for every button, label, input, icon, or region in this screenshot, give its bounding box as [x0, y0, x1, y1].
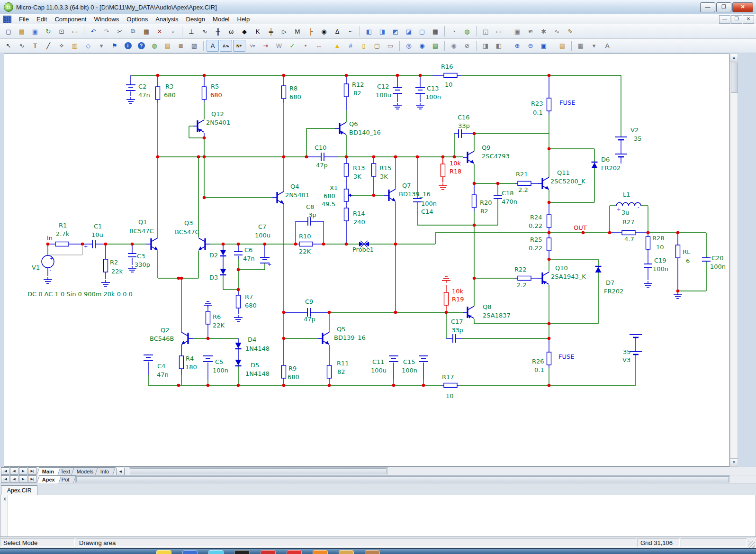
schematic-label[interactable]: 680 [288, 373, 299, 381]
transistor-collector[interactable] [198, 120, 204, 124]
title-block-toggle-button[interactable]: ▭ [384, 40, 396, 52]
schematic-label[interactable]: 1N4148 [245, 345, 270, 352]
schematic-label[interactable]: 35 [623, 348, 631, 355]
menu-model[interactable]: Model [209, 15, 233, 24]
cancel-button-button[interactable]: ⊘ [461, 40, 473, 52]
schematic-label[interactable]: 100n [213, 367, 228, 374]
node-voltages-toggle-button[interactable]: V▾ [246, 40, 259, 52]
optimizer-button[interactable]: ✱ [538, 26, 550, 37]
schematic-label[interactable]: 49.5 [322, 200, 335, 208]
schematic-label[interactable]: C9 [305, 298, 313, 305]
region-box-button[interactable]: ▫ [167, 26, 179, 37]
horizontal-scrollbar[interactable] [129, 467, 388, 475]
waveform-buffer-button[interactable]: ∿ [551, 26, 563, 37]
diode-triangle[interactable] [595, 267, 602, 272]
resistor-body[interactable] [547, 352, 551, 365]
delete-button[interactable]: ✕ [153, 26, 166, 37]
mdi-close-button[interactable]: ✕ [743, 15, 754, 24]
open-file-button[interactable]: ▤ [16, 26, 28, 37]
resistor-body[interactable] [622, 231, 635, 235]
resistor-body[interactable] [441, 164, 445, 177]
info-button-button[interactable]: ◉ [448, 40, 460, 52]
mdi-minimize-button[interactable]: — [719, 15, 730, 24]
schematic-label[interactable]: 100u [371, 367, 387, 374]
resistor-body[interactable] [518, 276, 531, 281]
schematic-label[interactable]: 100n [425, 93, 441, 100]
schematic-label[interactable]: Q9 [482, 144, 491, 151]
schematic-label[interactable]: 33p [451, 327, 463, 334]
schematic-label[interactable]: D4 [248, 336, 256, 343]
grid-toggle-button[interactable]: # [344, 40, 357, 52]
schematic-label[interactable]: C12 [377, 83, 389, 90]
macro-part-button[interactable]: M [291, 26, 304, 37]
menu-design[interactable]: Design [182, 15, 209, 24]
menu-options[interactable]: Options [123, 15, 152, 24]
resistor-body[interactable] [344, 84, 349, 97]
schematic-label[interactable]: C10 [315, 144, 327, 151]
mosfet-part-button[interactable]: ╪ [265, 26, 277, 37]
schematic-label[interactable]: R21 [516, 171, 528, 178]
diode-part-button[interactable]: ◆ [238, 26, 251, 37]
schematic-label[interactable]: R25 [530, 236, 542, 243]
schematic-label[interactable]: C3 [137, 253, 145, 260]
schematic-label[interactable]: C2 [138, 83, 146, 90]
schematic-label[interactable]: R14 [353, 210, 365, 217]
scroll-down-icon[interactable]: ▼ [730, 458, 738, 466]
schematic-label[interactable]: R22 [514, 266, 527, 273]
node-numbers-toggle-button[interactable]: N+ [233, 40, 245, 52]
properties-button[interactable]: ✎ [564, 26, 576, 37]
schematic-label[interactable]: C11 [372, 358, 385, 365]
send-to-back-button[interactable]: ◧ [493, 40, 505, 52]
schematic-label[interactable]: C20 [711, 254, 724, 262]
picture-mode-button[interactable]: ▥ [69, 40, 81, 52]
calculator-button[interactable]: ▦ [429, 26, 441, 37]
schematic-label[interactable]: R12 [352, 81, 364, 88]
zoom-in-button[interactable]: ⊕ [511, 40, 523, 52]
schematic-label[interactable]: Q8 [483, 303, 492, 310]
schematic-label[interactable]: 2SC4793 [482, 153, 510, 160]
cut-button[interactable]: ✂ [114, 26, 126, 37]
schematic-label[interactable]: R4 [186, 355, 194, 362]
power-display-toggle-button[interactable]: W [273, 40, 285, 52]
schematic-label[interactable]: 100n [710, 263, 726, 270]
schematic-label[interactable]: Q4 [290, 183, 299, 190]
schematic-label[interactable]: 330p [135, 261, 150, 268]
page-scrollbar[interactable] [75, 475, 730, 483]
mdi-restore-button[interactable]: ❐ [731, 15, 742, 24]
select-mode-button-button[interactable]: ↖ [2, 40, 15, 52]
schematic-label[interactable]: BD139_16 [399, 191, 431, 198]
schematic-label[interactable]: 680 [289, 93, 301, 100]
taskbar-app-icon[interactable] [365, 550, 380, 554]
vertical-scroll-thumb[interactable] [731, 63, 738, 93]
schematic-label[interactable]: 10 [656, 244, 664, 251]
shape-dropdown-button[interactable]: ▾ [95, 40, 108, 52]
nav2-last-button[interactable]: ▶| [28, 475, 36, 483]
info-mode-button[interactable]: i [122, 40, 134, 52]
component-browser-button[interactable]: ◔ [448, 26, 460, 37]
schematic-label[interactable]: C1 [94, 223, 102, 230]
schematic-label[interactable]: 0.1 [533, 109, 543, 116]
flag-mode-button[interactable]: ⚑ [108, 40, 121, 52]
schematic-label[interactable]: 22K [213, 322, 225, 329]
resistor-body[interactable] [547, 215, 551, 227]
windows-taskbar[interactable] [0, 548, 756, 554]
schematic-label[interactable]: Q12 [211, 110, 224, 118]
transistor-collector[interactable] [198, 238, 205, 242]
schematic-label[interactable]: 22k [111, 268, 123, 275]
schematic-label[interactable]: R23 [531, 100, 543, 107]
schematic-label[interactable]: R28 [652, 235, 665, 242]
schematic-label[interactable]: C6 [244, 246, 252, 254]
transistor-collector[interactable] [340, 122, 346, 126]
schematic-label[interactable]: R1 [59, 222, 67, 229]
schematic-label[interactable]: Q6 [349, 120, 358, 127]
model-list-button[interactable]: ▤ [162, 40, 174, 52]
resistor-body[interactable] [372, 163, 376, 176]
diode-triangle[interactable] [235, 360, 242, 365]
help-mode-button[interactable]: ? [135, 40, 147, 52]
paper-toggle-button[interactable]: ▯ [358, 40, 370, 52]
schematic-label[interactable]: C18 [502, 190, 514, 197]
copy-button[interactable]: ⧉ [127, 26, 139, 37]
schematic-label[interactable]: 240 [353, 218, 365, 226]
resistor-body[interactable] [236, 295, 241, 308]
zoom-out-button[interactable]: ⊖ [524, 40, 537, 52]
